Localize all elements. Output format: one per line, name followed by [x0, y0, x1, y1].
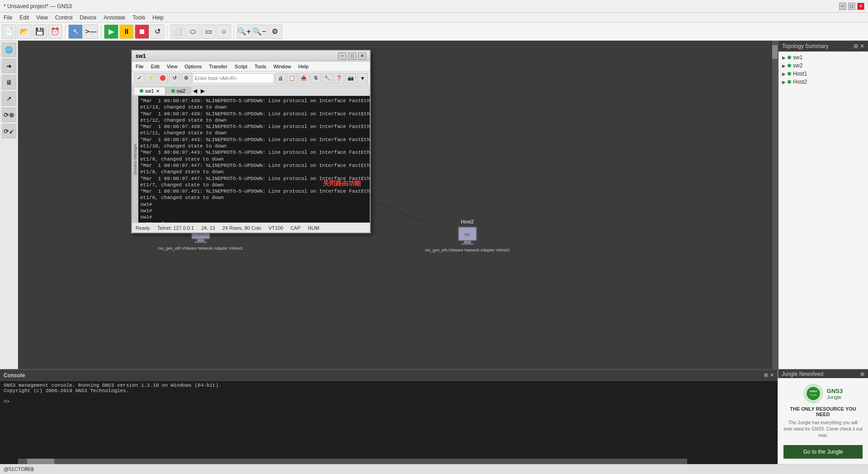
app-statusbar: @51CTO网络	[0, 464, 868, 474]
extra-button[interactable]: ⚙	[268, 24, 282, 39]
sw1-status-dot	[140, 89, 143, 93]
zoom-in-button[interactable]: 🔍+	[237, 24, 251, 39]
save-button[interactable]: 💾	[33, 24, 47, 39]
topo-item-host2[interactable]: ▶ Host2	[780, 78, 866, 86]
term-lightning[interactable]: ⚡	[146, 73, 156, 84]
term-log[interactable]: 📋	[287, 73, 297, 84]
menu-edit[interactable]: Edit	[16, 14, 33, 22]
terminal-minimize[interactable]: ─	[338, 52, 346, 60]
menu-annotate[interactable]: Annotate	[100, 14, 129, 22]
zoom-out-button[interactable]: 🔍−	[252, 24, 267, 39]
terminal-console[interactable]: *Mar 1 00:00:07.439: %LINEPROTO-5-UPDOWN…	[138, 96, 370, 223]
menu-view[interactable]: View	[33, 14, 52, 22]
topo-item-host1[interactable]: ▶ Host1	[780, 70, 866, 78]
lt-script-button[interactable]: ⟳↙	[2, 124, 16, 138]
main-area: 🌐 ➜ 🖥 ↗ ⟳⊕ ⟳↙	[0, 41, 868, 464]
svg-text:PC: PC	[465, 232, 471, 237]
term-settings[interactable]: ⚙	[181, 73, 192, 84]
expand-icon4: ▶	[782, 80, 786, 85]
term-menu-view[interactable]: View	[163, 63, 181, 70]
status-caps: CAP	[290, 225, 301, 231]
term-menu-file[interactable]: File	[132, 63, 147, 70]
term-screenshot[interactable]: 📷	[345, 73, 356, 84]
draw-line-button[interactable]: >—	[84, 24, 98, 39]
console-title: Console	[4, 372, 25, 379]
menu-tools[interactable]: Tools	[129, 14, 149, 22]
minimize-button[interactable]: ─	[839, 3, 846, 10]
menu-device[interactable]: Device	[76, 14, 100, 22]
lt-refresh-button[interactable]: ⟳⊕	[2, 108, 16, 122]
lt-globe-button[interactable]: 🌐	[2, 43, 16, 57]
term-info[interactable]: ❓	[334, 73, 344, 84]
ellipse-button[interactable]: ⬭	[186, 24, 200, 39]
computer2-icon: PC	[457, 225, 478, 247]
host-input[interactable]	[193, 73, 274, 83]
svg-rect-11	[464, 241, 471, 243]
lt-route-button[interactable]: ↗	[2, 91, 16, 106]
console-dock-button[interactable]: ⊞	[764, 372, 768, 378]
tab-sw2[interactable]: sw2	[165, 87, 192, 95]
term-print[interactable]: 🖨	[275, 73, 286, 84]
canvas-vscrollbar[interactable]	[772, 41, 778, 369]
pause-button[interactable]: ⏸	[119, 24, 134, 39]
term-connect[interactable]: ✓	[134, 73, 145, 84]
term-refresh[interactable]: ↺	[169, 73, 180, 84]
menu-file[interactable]: File	[0, 14, 16, 22]
terminal-status: Ready Telnet: 127.0.0.1 24, 13 24 Rows, …	[132, 223, 370, 232]
terminal-tabs: sw1 ✕ sw2 ◀ ▶	[132, 85, 370, 96]
term-menu-help[interactable]: Help	[295, 63, 312, 70]
status-terminal: VT100	[269, 225, 283, 231]
console-header: Console ⊞ ✕	[0, 370, 778, 381]
topo-item-sw2[interactable]: ▶ sw2	[780, 62, 866, 70]
topo-close-button[interactable]: ✕	[860, 43, 864, 49]
rect-button[interactable]: ▭	[201, 24, 216, 39]
open-button[interactable]: 📂	[17, 24, 32, 39]
host2-label: Host2	[461, 219, 474, 224]
host2-node[interactable]: Host2 PC nio_gen_eth:VMware Network Adap…	[425, 219, 510, 252]
terminal-close[interactable]: ✕	[358, 52, 366, 60]
tab-prev[interactable]: ◀	[191, 88, 199, 94]
menu-help[interactable]: Help	[149, 14, 167, 22]
term-menu-edit[interactable]: Edit	[147, 63, 163, 70]
topo-item-sw1[interactable]: ▶ sw1	[780, 53, 866, 62]
status-num: NUM	[308, 225, 319, 231]
rect-select-button[interactable]: ⬜	[170, 24, 185, 39]
term-expand[interactable]: ▼	[357, 73, 368, 84]
term-stop[interactable]: 🔴	[157, 73, 168, 84]
new-button[interactable]: 📄	[2, 24, 16, 39]
lt-screen-button[interactable]: 🖥	[2, 75, 16, 90]
term-filter[interactable]: 🔧	[322, 73, 333, 84]
maximize-button[interactable]: □	[848, 3, 855, 10]
term-transfer2[interactable]: 📤	[298, 73, 309, 84]
window-controls: ─ □ ✕	[839, 3, 864, 10]
goto-jungle-button[interactable]: Go to the Jungle	[783, 445, 863, 459]
svg-rect-7	[197, 239, 204, 242]
close-button[interactable]: ✕	[857, 3, 864, 10]
canvas-area[interactable]: SW f1 Host1 PC nio_gen_eth:VMware Networ…	[18, 41, 778, 369]
play-button[interactable]: ▶	[104, 24, 118, 39]
jungle-expand-button[interactable]: ⊞	[860, 371, 864, 377]
console-close-button[interactable]: ✕	[770, 372, 774, 378]
term-menu-tools[interactable]: Tools	[251, 63, 270, 70]
terminal-maximize[interactable]: □	[348, 52, 356, 60]
expand-icon2: ▶	[782, 63, 786, 68]
snapshot-button[interactable]: ⏰	[48, 24, 62, 39]
term-zmodem[interactable]: ⇅	[310, 73, 321, 84]
topo-dock-button[interactable]: ⊞	[854, 43, 858, 49]
term-menu-script[interactable]: Script	[231, 63, 251, 70]
term-menu-options[interactable]: Options	[181, 63, 205, 70]
circle-button[interactable]: ○	[217, 24, 231, 39]
canvas-hscrollbar[interactable]	[18, 459, 687, 464]
console-panel: Console ⊞ ✕ GNS3 management console. Run…	[0, 370, 778, 464]
lt-arrow-button[interactable]: ➜	[2, 59, 16, 73]
menu-control[interactable]: Control	[52, 14, 76, 22]
tab-sw1-close[interactable]: ✕	[156, 89, 160, 94]
tab-next[interactable]: ▶	[199, 88, 207, 94]
reload-button[interactable]: ↺	[150, 24, 165, 39]
term-menu-window[interactable]: Window	[270, 63, 295, 70]
term-menu-transfer[interactable]: Transfer	[205, 63, 231, 70]
stop-button[interactable]: ⏹	[135, 24, 149, 39]
pointer-button[interactable]: ↖	[68, 24, 83, 39]
jungle-header: Jungle Newsfeed ⊞	[778, 370, 868, 378]
tab-sw1[interactable]: sw1 ✕	[134, 87, 165, 95]
